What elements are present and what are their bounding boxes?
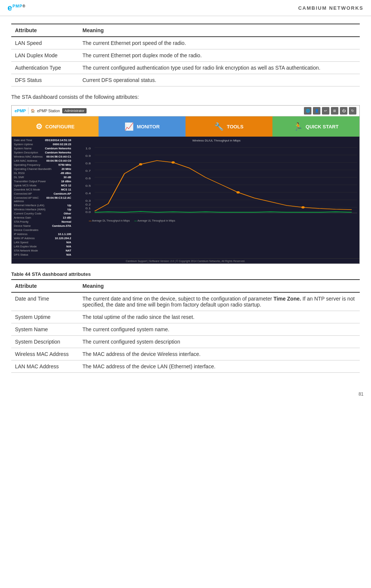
sidebar-key: STA Network Mode <box>14 249 38 252</box>
sidebar-key: Device Name <box>14 224 31 228</box>
home2-icon[interactable]: ⊞ <box>331 107 338 115</box>
sidebar-row: LAN Duplex ModeN/A <box>13 244 72 249</box>
sidebar-row: Operating Frequency5750 MHz <box>13 163 72 167</box>
sidebar-val: N/A <box>66 241 71 244</box>
sidebar-key: System Name <box>14 147 31 150</box>
svg-text:0.2: 0.2 <box>85 203 91 206</box>
meaning-cell: The MAC address of the device Wireless i… <box>79 348 360 360</box>
table-row: LAN Speed The current Ethernet port spee… <box>11 37 360 49</box>
attr-cell: Date and Time <box>11 292 79 311</box>
epmp-dashboard: Date and Time05/13/2014:14:51:19System U… <box>12 137 359 258</box>
sidebar-key: LAN MAC Address <box>14 159 37 162</box>
meaning-cell: The current configured system descriptio… <box>79 336 360 348</box>
admin-badge: Administrator <box>62 108 87 113</box>
sidebar-row: System Uptime0000:02:28:23 <box>13 142 72 146</box>
configure-label: CONFIGURE <box>45 124 75 130</box>
sidebar-row: Device NameCambium-STA <box>13 224 72 228</box>
sidebar-val: 5750 MHz <box>58 163 71 167</box>
sidebar-key: System Description <box>14 151 38 154</box>
topbar-divider <box>28 107 28 114</box>
quickstart-label: QUICK START <box>306 124 339 130</box>
svg-text:0.6: 0.6 <box>85 177 91 180</box>
sidebar-key: LAN Speed <box>14 241 28 244</box>
reload-icon[interactable]: ↻ <box>349 107 356 115</box>
table-row: System Name The current configured syste… <box>11 323 360 336</box>
table-caption-desc: STA dashboard attributes <box>32 271 91 277</box>
chart-legend: — Average DL Throughput in Mbps — Averag… <box>76 219 357 222</box>
sidebar-row: STA PriorityNormal <box>13 220 72 224</box>
company-name: CAMBIUM NETWORKS <box>298 5 364 11</box>
attr-cell: System Name <box>11 323 79 336</box>
sidebar-row: Uplink MCS ModeMCS 12 <box>13 183 72 188</box>
epmp-chart-area: Wireless DL/UL Throughput in Mbps 1.0 0.… <box>73 137 359 258</box>
sidebar-row: Wireless Interface (WAN)Up <box>13 207 72 211</box>
sidebar-key: Uplink MCS Mode <box>14 184 36 187</box>
sidebar-row: Date and Time05/13/2014:14:51:19 <box>13 138 72 142</box>
sidebar-row: Antenna Gain13 dBi <box>13 216 72 220</box>
back-icon[interactable]: ↩ <box>322 107 329 115</box>
svg-point-24 <box>301 206 305 208</box>
quickstart-button[interactable]: 🏃 QUICK START <box>272 116 359 137</box>
table-row: LAN MAC Address The MAC address of the d… <box>11 360 360 373</box>
chart-title: Wireless DL/UL Throughput in Mbps <box>76 139 357 142</box>
sidebar-key: Wireless MAC Address <box>14 155 43 158</box>
sidebar-val: Other <box>64 212 71 215</box>
svg-text:0.5: 0.5 <box>85 185 91 188</box>
top-attr-table: Attribute Meaning LAN Speed The current … <box>11 24 360 86</box>
configure-button[interactable]: ⚙ CONFIGURE <box>12 116 99 137</box>
svg-point-23 <box>236 191 240 194</box>
quickstart-icon: 🏃 <box>293 122 303 131</box>
page-number: 81 <box>0 388 371 400</box>
page-header: ePMP® CAMBIUM NETWORKS <box>0 0 371 16</box>
user-icon[interactable]: 👤 <box>313 107 320 115</box>
epmp-ui: ePMP 🏠 ePMP Station Administrator 🌐 👤 ↩ … <box>12 106 359 263</box>
screenshot-box: ePMP 🏠 ePMP Station Administrator 🌐 👤 ↩ … <box>11 105 360 264</box>
trademark: ® <box>22 4 25 8</box>
sidebar-row: Current Country CodeOther <box>13 211 72 216</box>
sidebar-key: WAN IP Address <box>14 237 34 240</box>
sidebar-val: N/A <box>66 253 71 256</box>
epmp-sidebar: Date and Time05/13/2014:14:51:19System U… <box>12 137 73 258</box>
sidebar-val: 00:04:56:C0:A0:C1 <box>46 155 71 158</box>
sidebar-val: 00:04:56:C3:12:AC <box>46 196 71 203</box>
sidebar-key: Current Country Code <box>14 212 41 215</box>
power-icon[interactable]: ⏻ <box>340 107 347 115</box>
tools-icon: 🔧 <box>214 122 224 131</box>
svg-text:0.8: 0.8 <box>85 162 91 165</box>
svg-text:0.4: 0.4 <box>85 192 91 195</box>
sidebar-row: WAN IP Address10.120.204.2 <box>13 236 72 240</box>
sidebar-val: -89 dBm <box>60 171 71 175</box>
sidebar-val: Cambium-AP <box>54 192 71 195</box>
meaning-cell: The current Ethernet port duplex mode of… <box>79 49 360 62</box>
attr-cell: LAN MAC Address <box>11 360 79 373</box>
main-content: Attribute Meaning LAN Speed The current … <box>0 16 371 388</box>
sidebar-row: Ethernet Interface (LAN)Up <box>13 203 72 207</box>
globe-icon[interactable]: 🌐 <box>304 107 311 115</box>
sidebar-row: Downlink MCS ModeMCS 11 <box>13 188 72 192</box>
sidebar-row: STA Network ModeNAT <box>13 249 72 253</box>
sidebar-row: Wireless MAC Address00:04:56:C0:A0:C1 <box>13 155 72 159</box>
sidebar-val: 0000:02:28:23 <box>53 143 71 146</box>
tools-button[interactable]: 🔧 TOOLS <box>186 116 272 137</box>
attr-cell: System Description <box>11 336 79 348</box>
sidebar-row: DL RSSI-89 dBm <box>13 171 72 175</box>
intro-text: The STA dashboard consists of the follow… <box>11 94 360 100</box>
sidebar-key: DL RSSI <box>14 171 25 175</box>
monitor-button[interactable]: 📈 MONITOR <box>99 116 186 137</box>
col-meaning: Meaning <box>79 24 360 37</box>
meaning-cell: Current DFS operational status. <box>79 74 360 86</box>
svg-point-21 <box>139 163 142 165</box>
sidebar-val: 05/13/2014:14:51:19 <box>45 138 71 142</box>
attr-cell: Authentication Type <box>11 62 79 74</box>
sidebar-row: DFS StatusN/A <box>13 253 72 257</box>
sidebar-key: Ethernet Interface (LAN) <box>14 204 44 207</box>
table-row: DFS Status Current DFS operational statu… <box>11 74 360 86</box>
sidebar-row: Connected APCambium-AP <box>13 192 72 196</box>
t44-col-attribute: Attribute <box>11 280 79 292</box>
sidebar-val: Cambium Networks <box>45 147 71 150</box>
chart-svg: 1.0 0.9 0.8 0.7 0.6 0.5 0.4 0.3 0.2 0.1 … <box>76 144 357 219</box>
sidebar-val: Up <box>67 204 71 207</box>
meaning-cell: The current configured authentication ty… <box>79 62 360 74</box>
sidebar-row: Device Coordinates <box>13 228 72 232</box>
attr-cell: LAN Duplex Mode <box>11 49 79 62</box>
